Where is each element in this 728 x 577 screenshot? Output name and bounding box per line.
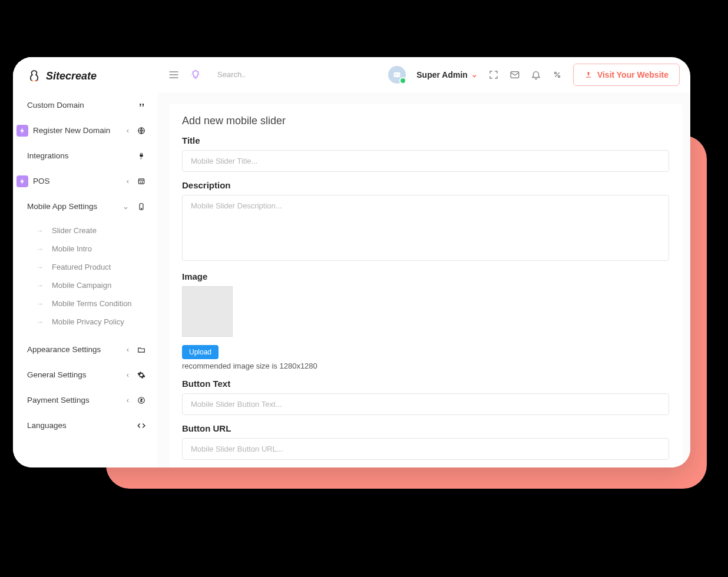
image-hint: recommended image size is 1280x1280: [182, 362, 669, 370]
visit-website-label: Visit Your Website: [597, 70, 669, 79]
search-input[interactable]: [211, 67, 306, 82]
chevron-left-icon: ‹: [127, 370, 129, 379]
svg-point-10: [554, 72, 556, 74]
subitem-label: Mobile Campaign: [52, 281, 111, 290]
bulb-icon[interactable]: [190, 69, 201, 80]
plug-icon: [136, 152, 147, 160]
sidebar: Sitecreate Custom Domain Register New Do…: [13, 57, 157, 467]
subitem-mobile-campaign[interactable]: → Mobile Campaign: [13, 276, 157, 294]
arrow-right-icon: →: [37, 263, 44, 271]
chevron-left-icon: ‹: [127, 396, 129, 404]
subitem-mobile-privacy[interactable]: → Mobile Privacy Policy: [13, 313, 157, 331]
subitem-label: Featured Product: [52, 263, 111, 271]
sidebar-item-label: Appearance Settings: [27, 345, 121, 354]
svg-point-8: [395, 74, 397, 75]
sidebar-item-payment-settings[interactable]: Payment Settings ‹: [13, 387, 157, 413]
description-label: Description: [182, 180, 669, 190]
dollar-icon: [136, 396, 147, 404]
app-window: Sitecreate Custom Domain Register New Do…: [13, 57, 690, 467]
svg-point-5: [141, 208, 141, 208]
sidebar-item-custom-domain[interactable]: Custom Domain: [13, 92, 157, 118]
subitem-label: Mobile Terms Condition: [52, 299, 132, 308]
sidebar-item-label: Register New Domain: [33, 126, 121, 135]
globe-icon: [136, 127, 147, 135]
mobile-app-submenu: → Slider Create → Mobile Intro → Feature…: [13, 219, 157, 337]
svg-point-11: [558, 75, 560, 77]
logo[interactable]: Sitecreate: [13, 64, 157, 92]
sidebar-item-label: Mobile App Settings: [27, 202, 117, 211]
code-icon: [136, 422, 147, 430]
user-name-label: Super Admin: [416, 70, 468, 79]
avatar[interactable]: [388, 66, 406, 84]
sidebar-item-appearance-settings[interactable]: Appearance Settings ‹: [13, 337, 157, 362]
image-label: Image: [182, 271, 669, 281]
mail-icon[interactable]: [509, 69, 520, 80]
button-text-label: Button Text: [182, 379, 669, 389]
folder-icon: [136, 346, 147, 354]
arrow-right-icon: →: [37, 227, 44, 235]
sidebar-item-pos[interactable]: POS ‹: [13, 168, 157, 194]
arrow-right-icon: →: [37, 281, 44, 290]
upload-button[interactable]: Upload: [182, 345, 219, 359]
title-input[interactable]: [182, 150, 669, 172]
description-input[interactable]: [182, 195, 669, 261]
arrow-right-icon: →: [37, 245, 44, 253]
pos-icon: [136, 177, 147, 185]
quotes-icon: [136, 101, 147, 110]
image-preview[interactable]: [182, 286, 233, 337]
title-label: Title: [182, 135, 669, 145]
discount-icon[interactable]: [552, 69, 562, 80]
subitem-mobile-terms[interactable]: → Mobile Terms Condition: [13, 294, 157, 313]
sidebar-item-label: General Settings: [27, 370, 121, 379]
menu-toggle-icon[interactable]: [168, 69, 180, 81]
svg-point-1: [35, 79, 37, 81]
chevron-down-icon: ⌄: [123, 202, 129, 211]
subitem-mobile-intro[interactable]: → Mobile Intro: [13, 240, 157, 258]
logo-text: Sitecreate: [46, 70, 97, 82]
subitem-label: Slider Create: [52, 226, 97, 235]
button-url-input[interactable]: [182, 438, 669, 460]
sidebar-item-integrations[interactable]: Integrations: [13, 143, 157, 168]
chevron-left-icon: ‹: [127, 345, 129, 354]
fullscreen-icon[interactable]: [488, 69, 499, 80]
chevron-down-icon: ⌄: [471, 70, 478, 79]
sidebar-item-languages[interactable]: Languages: [13, 413, 157, 438]
topbar: Super Admin ⌄ Visit Your Website: [157, 57, 690, 92]
arrow-right-icon: →: [37, 300, 44, 308]
button-text-input[interactable]: [182, 393, 669, 415]
bolt-icon: [16, 125, 28, 137]
logo-icon: [27, 69, 41, 83]
sidebar-item-label: Integrations: [27, 151, 130, 160]
form-card: Add new mobile slider Title Description …: [169, 104, 682, 467]
svg-point-0: [31, 79, 33, 81]
subitem-label: Mobile Intro: [52, 244, 92, 253]
chevron-left-icon: ‹: [127, 126, 129, 135]
bolt-icon: [16, 175, 28, 187]
gear-icon: [136, 371, 147, 379]
sidebar-item-mobile-app-settings[interactable]: Mobile App Settings ⌄: [13, 194, 157, 219]
sidebar-item-general-settings[interactable]: General Settings ‹: [13, 362, 157, 387]
page-title: Add new mobile slider: [182, 115, 669, 127]
user-menu[interactable]: Super Admin ⌄: [416, 70, 478, 79]
chevron-left-icon: ‹: [127, 177, 129, 185]
visit-website-button[interactable]: Visit Your Website: [573, 64, 680, 86]
button-url-label: Button URL: [182, 423, 669, 433]
upload-icon: [584, 71, 593, 79]
sidebar-item-label: Custom Domain: [27, 101, 130, 110]
sidebar-item-register-domain[interactable]: Register New Domain ‹: [13, 118, 157, 143]
sidebar-item-label: Payment Settings: [27, 396, 121, 404]
subitem-featured-product[interactable]: → Featured Product: [13, 258, 157, 276]
main-area: Super Admin ⌄ Visit Your Website Add: [157, 57, 690, 467]
svg-rect-3: [138, 178, 144, 183]
svg-rect-7: [394, 72, 401, 77]
bell-icon[interactable]: [531, 69, 541, 80]
sidebar-item-label: Languages: [27, 421, 130, 430]
mobile-icon: [136, 203, 147, 211]
content-area: Add new mobile slider Title Description …: [157, 92, 690, 467]
subitem-label: Mobile Privacy Policy: [52, 317, 124, 326]
subitem-slider-create[interactable]: → Slider Create: [13, 221, 157, 240]
sidebar-item-label: POS: [33, 177, 121, 185]
arrow-right-icon: →: [37, 318, 44, 326]
